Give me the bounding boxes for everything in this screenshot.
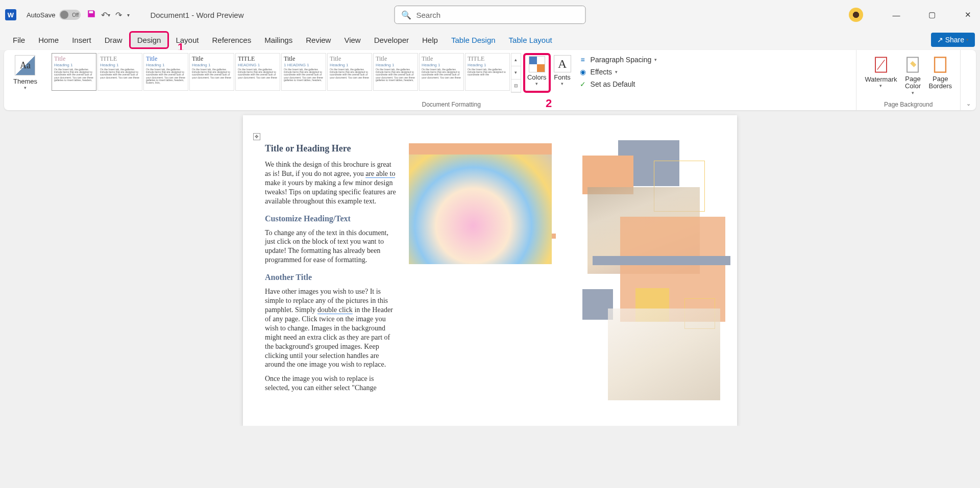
group-label-background: Page Background [856, 101, 960, 108]
undo-icon[interactable]: ↶▾ [101, 10, 110, 20]
table-move-handle[interactable]: ✥ [253, 133, 260, 140]
menu-draw[interactable]: Draw [98, 33, 129, 47]
page-color-button[interactable]: PageColor ▾ [900, 53, 925, 97]
gallery-scroll[interactable]: ▴ ▾ ⊟ [511, 53, 521, 93]
bottom-decorative-bar [593, 256, 730, 265]
style-set-item[interactable]: TitleHeading 1On the Insert tab, the gal… [373, 53, 418, 91]
doc-paragraph[interactable]: Have other images you wish to use? It is… [265, 287, 399, 369]
themes-group: Aa Themes ▾ [4, 50, 46, 110]
colors-icon [529, 56, 545, 72]
doc-paragraph[interactable]: We think the design of this brochure is … [265, 160, 399, 206]
colors-button[interactable]: Colors ▾ [523, 53, 551, 93]
style-set-item[interactable]: TitleHeading 1On the Insert tab, the gal… [143, 53, 188, 91]
window-controls: — ▢ ✕ [849, 8, 978, 22]
fonts-icon: A [554, 55, 571, 72]
chevron-down-icon: ▾ [654, 57, 657, 62]
menu-references[interactable]: References [205, 33, 258, 47]
doc-title-heading[interactable]: Title or Heading Here [265, 143, 399, 154]
group-label-formatting: Document Formatting [46, 101, 856, 108]
search-placeholder: Search [416, 11, 441, 19]
page-borders-button[interactable]: PageBorders [925, 53, 955, 97]
left-column[interactable]: Title or Heading Here We think the desig… [265, 143, 399, 398]
document-canvas: ✥ Title or Heading Here We think the des… [0, 113, 980, 426]
menu-view[interactable]: View [337, 33, 367, 47]
style-set-item[interactable]: TitleHeading 1On the Insert tab, the gal… [327, 53, 372, 91]
brochure-photo-child-hands[interactable] [409, 155, 552, 264]
photo-collage[interactable] [567, 140, 730, 405]
minimize-icon[interactable]: — [886, 11, 906, 19]
doc-heading-2[interactable]: Another Title [265, 273, 399, 282]
doc-paragraph[interactable]: To change any of the text in this docume… [265, 228, 399, 265]
style-set-item[interactable]: TITLEHeading 1On the Insert tab, the gal… [465, 53, 510, 91]
toggle-switch[interactable]: Off [59, 10, 81, 20]
menu-file[interactable]: File [6, 33, 32, 47]
qat-more-icon[interactable]: ▾ [127, 12, 130, 18]
share-button[interactable]: ↗ Share ▾ [931, 33, 975, 47]
effects-icon: ◉ [578, 67, 587, 76]
menu-help[interactable]: Help [415, 33, 445, 47]
quick-access-toolbar: ↶▾ ↷ ▾ [87, 9, 130, 21]
ribbon-design: Aa Themes ▾ TitleHeading 1On the Insert … [4, 50, 976, 110]
style-set-gallery[interactable]: TitleHeading 1On the Insert tab, the gal… [52, 53, 510, 93]
save-icon[interactable] [87, 9, 96, 21]
chevron-down-icon: ▾ [615, 69, 618, 74]
set-default-button[interactable]: ✓ Set as Default [578, 80, 657, 89]
gallery-up-icon[interactable]: ▴ [511, 54, 521, 66]
menu-home[interactable]: Home [32, 33, 65, 47]
gallery-down-icon[interactable]: ▾ [511, 66, 521, 79]
watermark-button[interactable]: Watermark ▾ [862, 53, 900, 97]
user-avatar[interactable] [849, 8, 863, 22]
document-title: Document1 - Word Preview [150, 11, 243, 19]
word-app-icon: W [5, 9, 16, 20]
gallery-more-icon[interactable]: ⊟ [511, 80, 521, 92]
menu-mailings[interactable]: Mailings [258, 33, 299, 47]
chevron-down-icon: ▾ [912, 90, 914, 95]
themes-icon: Aa [15, 55, 35, 75]
menu-developer[interactable]: Developer [368, 33, 415, 47]
checkmark-icon: ✓ [578, 80, 587, 89]
document-formatting-group: TitleHeading 1On the Insert tab, the gal… [46, 50, 856, 110]
page-background-group: Watermark ▾ PageColor ▾ PageBorders Page… [856, 50, 961, 110]
doc-paragraph[interactable]: Once the image you wish to replace is se… [265, 374, 399, 393]
style-set-item[interactable]: TitleHeading 1On the Insert tab, the gal… [189, 53, 234, 91]
paragraph-spacing-button[interactable]: ≡ Paragraph Spacing ▾ [578, 55, 657, 64]
menu-insert[interactable]: Insert [65, 33, 98, 47]
chevron-down-icon: ▾ [561, 81, 564, 86]
page-borders-icon [930, 55, 950, 74]
autosave-label: AutoSave [27, 11, 55, 19]
menu-review[interactable]: Review [299, 33, 337, 47]
style-set-item[interactable]: TitleHeading 1On the Insert tab, the gal… [52, 53, 96, 91]
formatting-options: ≡ Paragraph Spacing ▾ ◉ Effects ▾ ✓ Set … [574, 53, 662, 93]
style-set-item[interactable]: TitleHeading 1On the Insert tab, the gal… [419, 53, 464, 91]
effects-button[interactable]: ◉ Effects ▾ [578, 67, 657, 76]
spellcheck-underline[interactable]: double click [317, 306, 353, 314]
menu-table-design[interactable]: Table Design [445, 33, 502, 47]
redo-icon[interactable]: ↷ [115, 10, 122, 20]
style-set-item[interactable]: Title1 HEADING 1On the Insert tab, the g… [281, 53, 326, 91]
watermark-icon [871, 55, 891, 74]
ribbon-collapse-icon[interactable]: ⌄ [966, 100, 971, 107]
search-box[interactable]: 🔍 Search [395, 6, 586, 24]
chevron-down-icon: ▾ [535, 81, 538, 86]
right-column[interactable]: Add a Heading Here This brochure is desi… [409, 143, 715, 398]
chevron-down-icon: ▾ [24, 85, 27, 90]
brochure-photo-drawing[interactable] [608, 309, 720, 400]
fonts-button[interactable]: A Fonts ▾ [551, 53, 574, 93]
themes-button[interactable]: Aa Themes ▾ [9, 53, 41, 92]
search-icon: 🔍 [401, 10, 411, 20]
doc-heading-2[interactable]: Customize Heading/Text [265, 214, 399, 223]
menu-table-layout[interactable]: Table Layout [502, 33, 559, 47]
autosave-toggle[interactable]: AutoSave Off [27, 10, 81, 20]
menubar: File Home Insert Draw Design Layout Refe… [0, 30, 980, 50]
document-page[interactable]: ✥ Title or Heading Here We think the des… [243, 115, 737, 426]
spellcheck-underline[interactable]: are able to [365, 170, 395, 178]
style-set-item[interactable]: TITLEHEADING 1On the Insert tab, the gal… [235, 53, 280, 91]
menu-layout[interactable]: Layout [169, 33, 205, 47]
menu-design[interactable]: Design [129, 31, 169, 49]
style-set-item[interactable]: TITLEHeading 1On the Insert tab, the gal… [97, 53, 142, 91]
chevron-down-icon: ▾ [966, 37, 969, 42]
maximize-icon[interactable]: ▢ [922, 10, 942, 19]
close-icon[interactable]: ✕ [958, 10, 978, 19]
chevron-down-icon: ▾ [879, 83, 882, 88]
paragraph-spacing-icon: ≡ [578, 55, 587, 64]
